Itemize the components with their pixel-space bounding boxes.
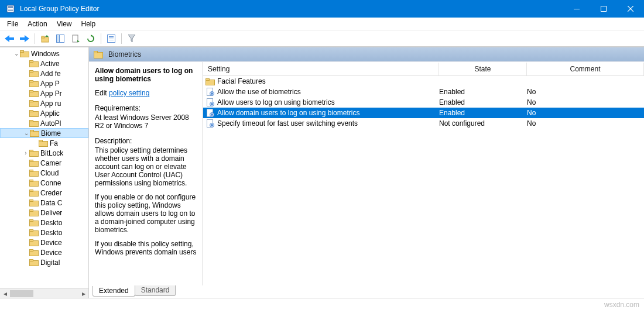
menu-file[interactable]: File (2, 19, 23, 29)
category-header: Biometrics (89, 47, 644, 61)
svg-rect-42 (39, 140, 43, 142)
collapse-icon[interactable]: ⌄ (23, 130, 30, 136)
close-button[interactable] (617, 0, 644, 18)
tree-item[interactable]: Fa (0, 138, 88, 148)
export-list-button[interactable] (68, 32, 83, 45)
forward-button[interactable] (18, 32, 32, 45)
tree-item[interactable]: Add fe (0, 68, 88, 78)
properties-button[interactable] (104, 32, 118, 45)
tree-item[interactable]: App Pr (0, 88, 88, 98)
folder-icon (29, 219, 39, 227)
tree-item[interactable]: Device (0, 247, 88, 257)
svg-rect-40 (30, 130, 34, 132)
up-button[interactable] (38, 32, 52, 45)
tree-item-label: Camer (40, 159, 61, 167)
svg-rect-50 (30, 180, 33, 182)
tree-item[interactable]: Deliver (0, 208, 88, 218)
policy-icon (205, 87, 215, 97)
tree-item-label: AutoPl (40, 119, 61, 128)
scroll-right-icon[interactable]: ▸ (78, 289, 88, 298)
svg-rect-70 (206, 78, 210, 80)
toolbar-sep (35, 33, 35, 44)
folder-icon (29, 189, 39, 197)
folder-icon (29, 80, 39, 88)
back-button[interactable] (2, 32, 16, 45)
folder-icon (29, 249, 39, 257)
maximize-button[interactable] (590, 0, 617, 18)
description-label: Description: (95, 137, 197, 145)
settings-list-pane: Setting State Comment Facial FeaturesAll… (203, 62, 644, 285)
requirements-label: Requirements: (95, 104, 197, 112)
settings-item[interactable]: Allow domain users to log on using biome… (203, 108, 644, 118)
tree-item[interactable]: Creder (0, 188, 88, 198)
svg-rect-66 (30, 260, 33, 261)
col-comment[interactable]: Comment (527, 63, 644, 75)
settings-item[interactable]: Allow the use of biometricsEnabledNo (203, 87, 644, 97)
tree-item[interactable]: App P (0, 78, 88, 88)
refresh-button[interactable] (84, 32, 98, 45)
filter-button[interactable] (125, 32, 139, 45)
col-setting[interactable]: Setting (203, 63, 439, 75)
tree-item[interactable]: ⌄Windows (0, 49, 88, 58)
svg-rect-78 (211, 104, 213, 105)
svg-rect-64 (30, 250, 33, 252)
tree-item[interactable]: App ru (0, 98, 88, 108)
tab-extended[interactable]: Extended (93, 286, 135, 297)
svg-rect-24 (20, 51, 24, 53)
setting-name: Allow the use of biometrics (217, 88, 301, 96)
col-state[interactable]: State (439, 63, 527, 75)
menu-view[interactable]: View (52, 19, 77, 29)
svg-rect-74 (211, 93, 213, 94)
policy-icon (205, 98, 215, 107)
svg-rect-86 (211, 125, 213, 126)
menu-action[interactable]: Action (23, 19, 52, 29)
settings-list[interactable]: Facial FeaturesAllow the use of biometri… (203, 76, 644, 285)
menu-help[interactable]: Help (77, 19, 101, 29)
settings-item[interactable]: Specify timeout for fast user switching … (203, 118, 644, 129)
tree-item[interactable]: Active (0, 58, 88, 68)
svg-marker-8 (5, 35, 14, 42)
tree-item[interactable]: ›BitLock (0, 148, 88, 158)
show-hide-tree-button[interactable] (53, 32, 67, 45)
tree-horizontal-scrollbar[interactable]: ◂ ▸ (0, 288, 88, 298)
folder-icon (20, 50, 29, 58)
tree-item-label: Device (40, 249, 62, 257)
tree-item[interactable]: AutoPl (0, 118, 88, 128)
tree-item[interactable]: Conne (0, 178, 88, 188)
settings-subfolder[interactable]: Facial Features (203, 76, 644, 87)
tree-item[interactable]: Applic (0, 108, 88, 118)
tree-item[interactable]: Deskto (0, 228, 88, 237)
tree-item[interactable]: Digital (0, 257, 88, 267)
svg-rect-44 (30, 150, 33, 152)
tree-item-label: Creder (40, 189, 62, 197)
tree-item-label: App ru (40, 99, 61, 108)
settings-item[interactable]: Allow users to log on using biometricsEn… (203, 97, 644, 108)
setting-comment: No (527, 88, 644, 96)
tree-item[interactable]: Cloud (0, 168, 88, 178)
tab-standard[interactable]: Standard (135, 285, 176, 296)
scroll-thumb[interactable] (10, 290, 33, 297)
tree-item-label: Digital (40, 259, 60, 267)
toolbar-sep (101, 33, 101, 44)
expand-icon[interactable]: › (22, 150, 29, 156)
edit-policy-link[interactable]: policy setting (109, 89, 149, 97)
tree-item[interactable]: Deskto (0, 218, 88, 228)
collapse-icon[interactable]: ⌄ (13, 50, 20, 57)
description-para: If you disable this policy setting, Wind… (95, 240, 197, 256)
folder-icon (29, 70, 39, 78)
folder-icon (39, 139, 48, 147)
minimize-button[interactable] (563, 0, 590, 18)
tree-item[interactable]: Data C (0, 198, 88, 208)
svg-rect-32 (30, 91, 33, 92)
policy-tree[interactable]: ⌄WindowsActiveAdd feApp PApp PrApp ruApp… (0, 47, 88, 267)
scroll-left-icon[interactable]: ◂ (0, 289, 10, 298)
tree-item-label: Windows (31, 50, 60, 58)
tree-item-selected[interactable]: ⌄Biome (0, 128, 88, 138)
tree-item[interactable]: Camer (0, 158, 88, 168)
svg-rect-52 (30, 190, 33, 192)
folder-icon (29, 259, 39, 267)
tree-item[interactable]: Device (0, 237, 88, 247)
tree-item-label: Deskto (40, 219, 62, 227)
setting-state: Enabled (439, 109, 527, 117)
svg-rect-82 (211, 114, 213, 115)
